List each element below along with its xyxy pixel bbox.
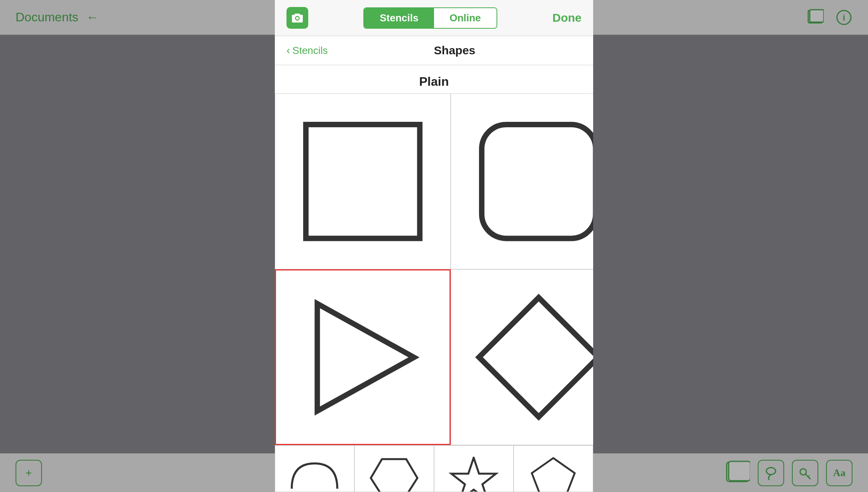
shape-star[interactable] — [434, 445, 514, 492]
svg-rect-12 — [482, 125, 593, 238]
back-label: Stencils — [292, 45, 328, 57]
shapes-partial-row — [275, 445, 593, 492]
nav-row: ‹ Stencils Shapes — [275, 36, 593, 65]
modal-overlay: Stencils Online Done ‹ Stencils Shapes P… — [0, 0, 868, 492]
done-button[interactable]: Done — [552, 11, 582, 24]
svg-marker-15 — [317, 303, 414, 411]
shapes-grid — [275, 94, 593, 445]
shape-rounded-rectangle[interactable] — [451, 94, 593, 269]
nav-title: Shapes — [328, 44, 582, 57]
online-tab[interactable]: Online — [434, 8, 496, 28]
back-to-stencils-button[interactable]: ‹ Stencils — [286, 44, 328, 57]
svg-rect-11 — [306, 125, 420, 238]
section-title: Plain — [275, 65, 593, 94]
svg-point-10 — [296, 17, 299, 20]
back-chevron-icon: ‹ — [286, 44, 290, 57]
stencils-tab[interactable]: Stencils — [364, 8, 434, 28]
shape-rectangle[interactable] — [275, 94, 451, 269]
shape-diamond[interactable] — [451, 269, 593, 445]
stencils-modal: Stencils Online Done ‹ Stencils Shapes P… — [275, 0, 593, 492]
shape-arc[interactable] — [275, 445, 354, 492]
tab-segment-control: Stencils Online — [363, 7, 497, 29]
modal-header: Stencils Online Done — [275, 0, 593, 36]
svg-marker-19 — [371, 459, 417, 492]
svg-marker-21 — [532, 458, 575, 492]
shape-play-triangle[interactable] — [275, 269, 451, 445]
svg-marker-16 — [479, 298, 593, 417]
shape-hexagon[interactable] — [354, 445, 434, 492]
svg-marker-20 — [451, 458, 496, 492]
shape-pentagon[interactable] — [514, 445, 593, 492]
camera-button[interactable] — [286, 7, 308, 29]
